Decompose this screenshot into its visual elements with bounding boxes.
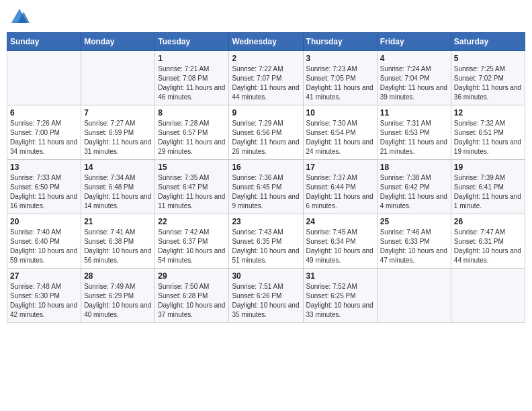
day-content: Sunrise: 7:48 AM Sunset: 6:30 PM Dayligh… <box>10 282 78 320</box>
day-content: Sunrise: 7:25 AM Sunset: 7:02 PM Dayligh… <box>454 64 522 102</box>
day-header-thursday: Thursday <box>303 33 377 51</box>
day-content: Sunrise: 7:51 AM Sunset: 6:26 PM Dayligh… <box>232 282 300 320</box>
day-content: Sunrise: 7:49 AM Sunset: 6:29 PM Dayligh… <box>84 282 152 320</box>
calendar-cell: 6Sunrise: 7:26 AM Sunset: 7:00 PM Daylig… <box>7 105 81 160</box>
day-content: Sunrise: 7:22 AM Sunset: 7:07 PM Dayligh… <box>232 64 300 102</box>
day-number: 17 <box>306 163 374 172</box>
day-header-saturday: Saturday <box>451 33 525 51</box>
day-number: 4 <box>380 54 448 63</box>
calendar-header-row: SundayMondayTuesdayWednesdayThursdayFrid… <box>7 33 525 51</box>
calendar-cell: 18Sunrise: 7:38 AM Sunset: 6:42 PM Dayli… <box>377 160 451 214</box>
day-content: Sunrise: 7:42 AM Sunset: 6:37 PM Dayligh… <box>158 228 226 265</box>
day-number: 10 <box>306 108 374 118</box>
calendar-cell: 14Sunrise: 7:34 AM Sunset: 6:48 PM Dayli… <box>81 160 155 214</box>
day-number: 6 <box>10 108 78 118</box>
calendar-cell: 9Sunrise: 7:29 AM Sunset: 6:56 PM Daylig… <box>229 105 303 160</box>
day-content: Sunrise: 7:30 AM Sunset: 6:54 PM Dayligh… <box>306 119 374 156</box>
calendar-cell: 1Sunrise: 7:21 AM Sunset: 7:08 PM Daylig… <box>155 51 229 105</box>
day-content: Sunrise: 7:27 AM Sunset: 6:59 PM Dayligh… <box>84 119 152 156</box>
calendar-cell: 30Sunrise: 7:51 AM Sunset: 6:26 PM Dayli… <box>229 269 303 323</box>
calendar-cell: 20Sunrise: 7:40 AM Sunset: 6:40 PM Dayli… <box>7 214 81 269</box>
calendar-cell: 28Sunrise: 7:49 AM Sunset: 6:29 PM Dayli… <box>81 269 155 323</box>
day-number: 11 <box>380 108 448 118</box>
logo-icon <box>9 7 30 27</box>
day-content: Sunrise: 7:47 AM Sunset: 6:31 PM Dayligh… <box>454 228 522 265</box>
calendar-cell: 31Sunrise: 7:52 AM Sunset: 6:25 PM Dayli… <box>303 269 377 323</box>
day-content: Sunrise: 7:39 AM Sunset: 6:41 PM Dayligh… <box>454 173 522 211</box>
day-content: Sunrise: 7:26 AM Sunset: 7:00 PM Dayligh… <box>10 119 78 156</box>
day-header-tuesday: Tuesday <box>155 33 229 51</box>
day-number: 14 <box>84 163 152 172</box>
day-number: 29 <box>158 271 226 281</box>
calendar-week-1: 1Sunrise: 7:21 AM Sunset: 7:08 PM Daylig… <box>7 51 525 105</box>
day-number: 15 <box>158 163 226 172</box>
day-number: 30 <box>232 271 300 281</box>
day-content: Sunrise: 7:41 AM Sunset: 6:38 PM Dayligh… <box>84 228 152 265</box>
calendar-cell: 17Sunrise: 7:37 AM Sunset: 6:44 PM Dayli… <box>303 160 377 214</box>
day-number: 16 <box>232 163 300 172</box>
day-content: Sunrise: 7:24 AM Sunset: 7:04 PM Dayligh… <box>380 64 448 102</box>
calendar-cell: 8Sunrise: 7:28 AM Sunset: 6:57 PM Daylig… <box>155 105 229 160</box>
day-number: 31 <box>306 271 374 281</box>
day-content: Sunrise: 7:43 AM Sunset: 6:35 PM Dayligh… <box>232 228 300 265</box>
day-header-sunday: Sunday <box>7 33 81 51</box>
day-content: Sunrise: 7:37 AM Sunset: 6:44 PM Dayligh… <box>306 173 374 211</box>
day-content: Sunrise: 7:36 AM Sunset: 6:45 PM Dayligh… <box>232 173 300 211</box>
logo <box>9 7 32 27</box>
day-header-monday: Monday <box>81 33 155 51</box>
calendar-cell: 12Sunrise: 7:32 AM Sunset: 6:51 PM Dayli… <box>451 105 525 160</box>
day-header-wednesday: Wednesday <box>229 33 303 51</box>
calendar-cell: 29Sunrise: 7:50 AM Sunset: 6:28 PM Dayli… <box>155 269 229 323</box>
calendar-cell: 10Sunrise: 7:30 AM Sunset: 6:54 PM Dayli… <box>303 105 377 160</box>
day-number: 19 <box>454 163 522 172</box>
calendar-cell: 24Sunrise: 7:45 AM Sunset: 6:34 PM Dayli… <box>303 214 377 269</box>
calendar-cell <box>7 51 81 105</box>
day-content: Sunrise: 7:23 AM Sunset: 7:05 PM Dayligh… <box>306 64 374 102</box>
calendar-cell <box>377 269 451 323</box>
day-number: 5 <box>454 54 522 63</box>
day-number: 28 <box>84 271 152 281</box>
day-number: 9 <box>232 108 300 118</box>
day-content: Sunrise: 7:31 AM Sunset: 6:53 PM Dayligh… <box>380 119 448 156</box>
day-number: 18 <box>380 163 448 172</box>
calendar-cell: 5Sunrise: 7:25 AM Sunset: 7:02 PM Daylig… <box>451 51 525 105</box>
calendar-cell: 3Sunrise: 7:23 AM Sunset: 7:05 PM Daylig… <box>303 51 377 105</box>
day-number: 27 <box>10 271 78 281</box>
day-content: Sunrise: 7:38 AM Sunset: 6:42 PM Dayligh… <box>380 173 448 211</box>
day-number: 2 <box>232 54 300 63</box>
day-content: Sunrise: 7:29 AM Sunset: 6:56 PM Dayligh… <box>232 119 300 156</box>
day-content: Sunrise: 7:32 AM Sunset: 6:51 PM Dayligh… <box>454 119 522 156</box>
day-number: 21 <box>84 217 152 226</box>
calendar-cell: 25Sunrise: 7:46 AM Sunset: 6:33 PM Dayli… <box>377 214 451 269</box>
day-number: 3 <box>306 54 374 63</box>
calendar-cell: 16Sunrise: 7:36 AM Sunset: 6:45 PM Dayli… <box>229 160 303 214</box>
day-number: 13 <box>10 163 78 172</box>
day-header-friday: Friday <box>377 33 451 51</box>
day-content: Sunrise: 7:40 AM Sunset: 6:40 PM Dayligh… <box>10 228 78 265</box>
calendar-cell: 7Sunrise: 7:27 AM Sunset: 6:59 PM Daylig… <box>81 105 155 160</box>
day-number: 23 <box>232 217 300 226</box>
calendar-cell: 19Sunrise: 7:39 AM Sunset: 6:41 PM Dayli… <box>451 160 525 214</box>
day-number: 24 <box>306 217 374 226</box>
day-number: 20 <box>10 217 78 226</box>
calendar-table: SundayMondayTuesdayWednesdayThursdayFrid… <box>7 32 525 323</box>
day-number: 7 <box>84 108 152 118</box>
calendar-cell <box>451 269 525 323</box>
page-header <box>7 7 525 27</box>
calendar-week-5: 27Sunrise: 7:48 AM Sunset: 6:30 PM Dayli… <box>7 269 525 323</box>
calendar-cell <box>81 51 155 105</box>
day-number: 26 <box>454 217 522 226</box>
calendar-week-2: 6Sunrise: 7:26 AM Sunset: 7:00 PM Daylig… <box>7 105 525 160</box>
day-content: Sunrise: 7:46 AM Sunset: 6:33 PM Dayligh… <box>380 228 448 265</box>
day-number: 25 <box>380 217 448 226</box>
calendar-cell: 22Sunrise: 7:42 AM Sunset: 6:37 PM Dayli… <box>155 214 229 269</box>
calendar-cell: 11Sunrise: 7:31 AM Sunset: 6:53 PM Dayli… <box>377 105 451 160</box>
calendar-cell: 21Sunrise: 7:41 AM Sunset: 6:38 PM Dayli… <box>81 214 155 269</box>
day-number: 1 <box>158 54 226 63</box>
calendar-cell: 27Sunrise: 7:48 AM Sunset: 6:30 PM Dayli… <box>7 269 81 323</box>
day-content: Sunrise: 7:33 AM Sunset: 6:50 PM Dayligh… <box>10 173 78 211</box>
calendar-cell: 23Sunrise: 7:43 AM Sunset: 6:35 PM Dayli… <box>229 214 303 269</box>
calendar-cell: 2Sunrise: 7:22 AM Sunset: 7:07 PM Daylig… <box>229 51 303 105</box>
calendar-cell: 26Sunrise: 7:47 AM Sunset: 6:31 PM Dayli… <box>451 214 525 269</box>
day-content: Sunrise: 7:21 AM Sunset: 7:08 PM Dayligh… <box>158 64 226 102</box>
